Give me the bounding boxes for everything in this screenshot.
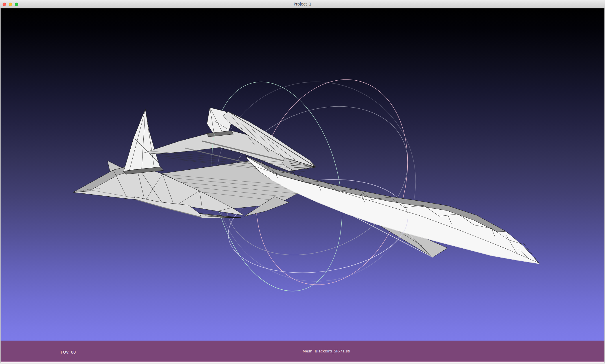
viewport-3d[interactable] [1,8,604,341]
app-window: Project_1 [0,0,605,364]
hud-render-stats: FOV: 60 FPS: 454.5 BO_RENDERING [61,341,92,364]
window-titlebar[interactable]: Project_1 [0,0,605,8]
window-bottom-edge [0,363,605,364]
left-fin [124,109,160,171]
window-left-edge [0,8,1,363]
hud-mesh-name: Mesh: Blackbird_SR-71.stl [303,349,350,353]
hud-mesh-stats: Mesh: Blackbird_SR-71.stl Vertices: 510 … [303,341,350,364]
window-title: Project_1 [0,0,605,8]
mesh-canvas [1,8,604,341]
hud-fov: FOV: 60 [61,350,92,354]
status-bar: FOV: 60 FPS: 454.5 BO_RENDERING Mesh: Bl… [1,341,604,361]
aircraft-mesh[interactable] [73,108,539,264]
